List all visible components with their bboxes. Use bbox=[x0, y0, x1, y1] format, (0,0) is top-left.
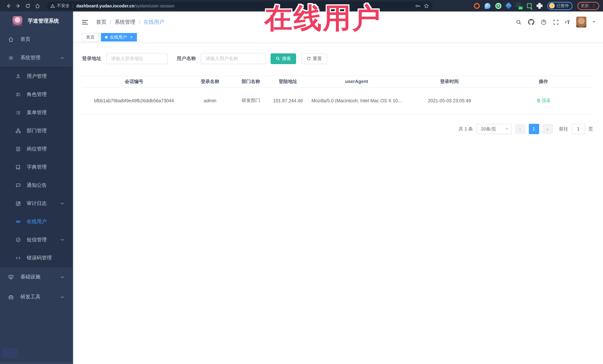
cell-login-name: admin bbox=[186, 87, 234, 114]
sidebar-item-label: 审计日志 bbox=[27, 200, 47, 207]
id-badge-icon bbox=[15, 146, 21, 151]
bookmark-star-icon[interactable] bbox=[424, 3, 429, 8]
chevron-down-icon bbox=[505, 128, 508, 131]
sidebar-item-label: 首页 bbox=[20, 36, 30, 43]
back-icon[interactable] bbox=[4, 1, 13, 11]
extension-magnifier-icon[interactable] bbox=[527, 3, 532, 8]
page-unit-label: 页 bbox=[588, 126, 593, 132]
goto-page-input[interactable] bbox=[572, 124, 585, 134]
current-page-button[interactable]: 1 bbox=[529, 124, 539, 134]
sidebar-item-dict-management[interactable]: 字典管理 bbox=[0, 158, 73, 176]
sidebar-item-online-users[interactable]: 在线用户 bbox=[0, 212, 73, 231]
extension-drop-icon[interactable] bbox=[485, 3, 491, 9]
paused-label: 已暂停 bbox=[557, 3, 569, 9]
extension-gem-icon[interactable] bbox=[505, 2, 512, 9]
kebab-menu-icon[interactable]: ⋮ bbox=[591, 3, 596, 8]
toolbox-icon bbox=[8, 294, 14, 300]
sidebar-bottom-edge bbox=[0, 362, 73, 364]
system-management-submenu: 用户管理 角色管理 菜单管理 部门管理 岗位管理 bbox=[0, 67, 73, 267]
user-avatar[interactable] bbox=[576, 17, 586, 27]
github-icon[interactable] bbox=[528, 19, 534, 25]
breadcrumb: 首页 / 系统管理 / 在线用户 bbox=[96, 19, 164, 25]
security-label[interactable]: 不安全 bbox=[57, 3, 70, 9]
sidebar-group-infrastructure[interactable]: 基础设施 bbox=[0, 267, 73, 287]
list-icon bbox=[15, 110, 21, 115]
fullscreen-icon[interactable] bbox=[553, 19, 559, 25]
username-input[interactable] bbox=[201, 53, 266, 64]
user-icon bbox=[15, 74, 21, 79]
url-host: dashboard.yudao.iocoder.cn bbox=[76, 3, 134, 8]
url-path: /system/user-session bbox=[134, 3, 174, 8]
users-icon bbox=[15, 92, 21, 97]
chevron-down-icon bbox=[60, 276, 64, 278]
extension-ring-icon[interactable] bbox=[474, 3, 480, 9]
force-logout-button[interactable]: 强退 bbox=[536, 98, 550, 104]
not-secure-warning-icon bbox=[50, 3, 55, 8]
sidebar-item-audit-log[interactable]: 审计日志 bbox=[0, 194, 73, 212]
reset-button[interactable]: 重置 bbox=[301, 53, 327, 64]
breadcrumb-home[interactable]: 首页 bbox=[96, 19, 106, 25]
sidebar-item-sms-management[interactable]: 短信管理 bbox=[0, 231, 73, 249]
breadcrumb-system[interactable]: 系统管理 bbox=[115, 19, 135, 25]
prev-page-button[interactable]: ‹ bbox=[515, 124, 525, 134]
sidebar-item-role-management[interactable]: 角色管理 bbox=[0, 85, 73, 103]
monitor-icon bbox=[8, 274, 14, 280]
password-key-icon[interactable] bbox=[415, 3, 420, 8]
col-actions: 操作 bbox=[494, 76, 593, 87]
next-page-button[interactable]: › bbox=[542, 124, 553, 134]
font-size-icon[interactable]: тT bbox=[565, 19, 570, 25]
sidebar-item-label: 角色管理 bbox=[27, 91, 47, 98]
sidebar-item-post-management[interactable]: 岗位管理 bbox=[0, 140, 73, 158]
sidebar-item-error-code-management[interactable]: 错误码管理 bbox=[0, 249, 73, 267]
collapse-sidebar-icon[interactable] bbox=[82, 20, 88, 24]
tab-online-users[interactable]: 在线用户 ✕ bbox=[101, 33, 137, 42]
sidebar-item-menu-management[interactable]: 菜单管理 bbox=[0, 103, 73, 121]
app-logo-row[interactable]: 芋道管理系统 bbox=[0, 11, 73, 30]
cell-login-ip: 101.87.244.46 bbox=[267, 87, 308, 114]
col-login-ip: 登陆地址 bbox=[267, 76, 308, 87]
page-size-select[interactable]: 20条/页 bbox=[476, 124, 511, 134]
search-icon bbox=[276, 56, 280, 61]
tabs-bar: 首页 在线用户 ✕ bbox=[73, 33, 603, 43]
login-address-input[interactable] bbox=[106, 53, 168, 64]
sidebar-item-dept-management[interactable]: 部门管理 bbox=[0, 121, 73, 140]
reload-icon[interactable] bbox=[23, 1, 33, 11]
search-button-label: 搜索 bbox=[282, 55, 291, 62]
browser-update-button[interactable]: 更新 ⋮ bbox=[577, 2, 599, 10]
close-icon[interactable]: ✕ bbox=[130, 35, 133, 39]
total-count: 共 1 条 bbox=[458, 126, 473, 132]
tab-home[interactable]: 首页 bbox=[82, 33, 99, 42]
sidebar-item-label: 通知公告 bbox=[27, 182, 47, 188]
help-icon[interactable] bbox=[541, 19, 546, 25]
sidebar-item-home[interactable]: 首页 bbox=[0, 30, 73, 49]
col-user-agent: userAgent bbox=[308, 76, 405, 87]
sidebar-item-user-management[interactable]: 用户管理 bbox=[0, 67, 73, 85]
sidebar-group-system-management[interactable]: 系统管理 bbox=[0, 49, 73, 67]
col-login-name: 登录名称 bbox=[186, 76, 234, 87]
sidebar-group-label: 研发工具 bbox=[20, 294, 40, 300]
shield-check-icon bbox=[15, 237, 21, 242]
avatar-caret-down-icon[interactable] bbox=[593, 21, 596, 24]
sidebar-item-notice-announcement[interactable]: 通知公告 bbox=[0, 176, 73, 194]
paused-profile-chip[interactable]: ツ 已暂停 bbox=[547, 2, 573, 10]
cell-dept-name: 研发部门 bbox=[234, 87, 267, 114]
extensions-puzzle-icon[interactable] bbox=[537, 3, 543, 9]
breadcrumb-separator: / bbox=[139, 19, 140, 25]
sidebar-group-dev-tools[interactable]: 研发工具 bbox=[0, 287, 73, 307]
active-tab-dot-icon bbox=[105, 36, 108, 39]
home-icon[interactable] bbox=[33, 1, 42, 11]
emoji-avatar-icon: ツ bbox=[549, 3, 555, 9]
extension-v-icon[interactable]: V bbox=[495, 3, 501, 9]
search-icon[interactable] bbox=[516, 19, 522, 25]
divider bbox=[72, 3, 73, 8]
search-button[interactable]: 搜索 bbox=[270, 53, 296, 64]
forward-icon[interactable] bbox=[13, 1, 23, 11]
sidebar-item-label: 短信管理 bbox=[27, 236, 47, 243]
sidebar-group-label: 基础设施 bbox=[20, 274, 40, 280]
sidebar-group-label: 系统管理 bbox=[20, 55, 40, 61]
extension-translate-icon[interactable]: en bbox=[516, 3, 522, 9]
breadcrumb-separator: / bbox=[110, 19, 111, 25]
chevron-down-icon bbox=[60, 296, 64, 298]
chevron-down-icon bbox=[60, 202, 64, 205]
screen: 不安全 dashboard.yudao.iocoder.cn/system/us… bbox=[0, 0, 603, 364]
